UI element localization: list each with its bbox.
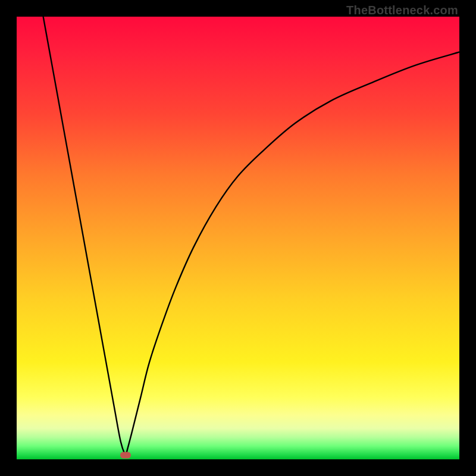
curve-left-branch: [43, 17, 126, 456]
curve-right-branch: [126, 52, 459, 456]
watermark-text: TheBottleneck.com: [346, 4, 458, 17]
plot-area: [17, 17, 459, 459]
curve-layer: [17, 17, 459, 459]
bottleneck-marker: [120, 452, 131, 459]
chart-frame: TheBottleneck.com: [0, 0, 476, 476]
